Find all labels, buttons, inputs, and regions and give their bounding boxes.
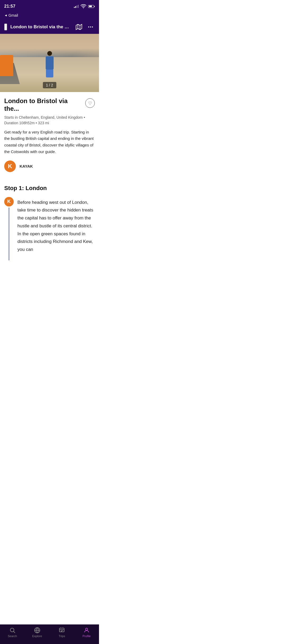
author-avatar: K [4,160,16,172]
author-row: K KAYAK [4,160,95,172]
stop-1-content: K Before heading west out of London, tak… [4,197,95,260]
image-counter: 1 / 2 [43,82,56,88]
trip-description: Get ready for a very English road trip. … [4,129,95,155]
hero-image: 1 / 2 [0,34,99,92]
gmail-back-label: Gmail [8,13,18,17]
title-row: London to Bristol via the... ♡ [4,97,95,113]
back-button[interactable]: ‹ [4,24,7,30]
stop-1-title: Stop 1: London [4,185,95,192]
author-name: KAYAK [20,164,33,168]
wifi-icon [80,3,87,10]
nav-header: ‹ London to Bristol via the pi... [0,20,99,34]
stop-timeline: K [4,197,14,260]
svg-point-3 [88,26,89,27]
stop-line [9,208,9,260]
battery-icon [88,5,95,8]
stop-1-body: Before heading west out of London, take … [17,197,95,260]
svg-point-4 [90,26,91,27]
gmail-back-bar: ◄ Gmail [0,12,99,20]
favorite-button[interactable]: ♡ [85,98,95,108]
signal-icon [74,5,79,8]
svg-point-0 [83,8,84,9]
more-icon [87,24,94,30]
stop-1-dot: K [4,197,14,206]
status-icons [74,3,95,10]
trip-meta: Starts in Cheltenham, England, United Ki… [4,115,95,126]
trip-title: London to Bristol via the... [4,97,82,113]
nav-title: London to Bristol via the pi... [10,24,72,30]
trip-content: London to Bristol via the... ♡ Starts in… [0,92,99,185]
map-button[interactable] [75,23,83,31]
map-icon [76,24,82,30]
bottom-spacer [0,265,99,291]
heart-icon: ♡ [88,101,92,106]
status-time: 21:57 [4,4,15,9]
gmail-back-arrow: ◄ [4,13,7,17]
status-bar: 21:57 [0,0,99,12]
more-button[interactable] [86,23,95,31]
svg-point-5 [92,26,93,27]
stop-section: Stop 1: London K Before heading west out… [0,185,99,265]
